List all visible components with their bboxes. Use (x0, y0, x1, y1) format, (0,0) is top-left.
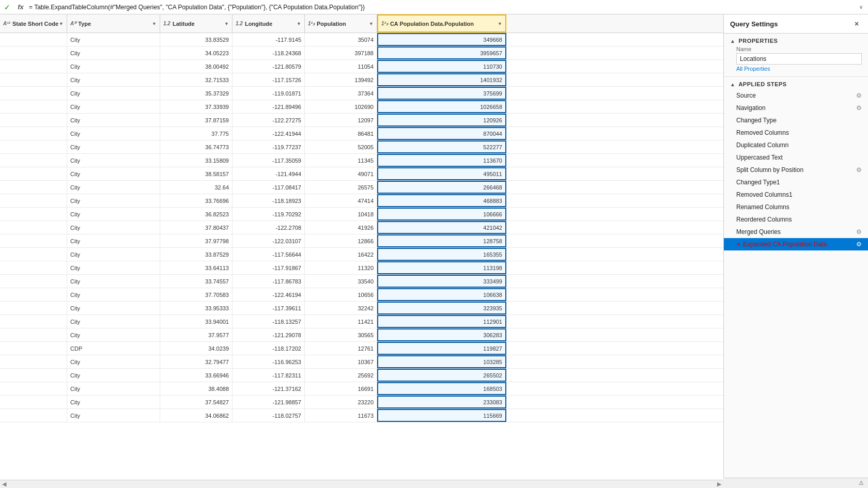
step-item-source[interactable]: Source⚙ (724, 89, 868, 102)
step-gear-split-column-by-position[interactable]: ⚙ (856, 166, 862, 174)
table-row[interactable]: City33.15809-117.3505911345113670 (0, 154, 723, 167)
step-item-merged-queries[interactable]: Merged Queries⚙ (724, 226, 868, 238)
formula-input[interactable] (29, 4, 856, 11)
data-cell: 11673 (305, 409, 377, 422)
step-gear-source[interactable]: ⚙ (856, 92, 862, 99)
horizontal-scrollbar[interactable]: ◀ ▶ (0, 480, 723, 488)
column-headers: A¹² State Short Code ▼ Aᴮ Type ▼ 1.2 Lat… (0, 14, 723, 33)
col-header-population[interactable]: 1²₃ Population ▼ (305, 14, 377, 33)
data-cell (0, 288, 67, 301)
step-item-removed-columns[interactable]: Removed Columns (724, 127, 868, 139)
step-item-expanded-ca-population-data[interactable]: ✕Expanded CA Population Data⚙ (724, 238, 868, 250)
table-row[interactable]: City33.64113-117.9186711320113198 (0, 261, 723, 275)
data-cell: 32.71533 (160, 73, 233, 86)
data-cell: -117.91867 (233, 261, 305, 274)
table-row[interactable]: City34.06862-118.0275711673115669 (0, 409, 723, 422)
properties-label: PROPERTIES (738, 38, 778, 44)
col-header-short-code[interactable]: A¹² State Short Code ▼ (0, 14, 67, 33)
col-filter-short-code[interactable]: ▼ (59, 21, 64, 26)
col-label-type: Type (78, 21, 152, 27)
data-cell: City (67, 382, 160, 395)
step-item-split-column-by-position[interactable]: Split Column by Position⚙ (724, 164, 868, 176)
col-filter-longitude[interactable]: ▼ (297, 21, 301, 26)
table-row[interactable]: City36.82523-119.7029210418106666 (0, 208, 723, 221)
step-item-changed-type1[interactable]: Changed Type1 (724, 176, 868, 188)
col-filter-latitude[interactable]: ▼ (224, 21, 229, 26)
table-row[interactable]: City38.4088-121.3716216691168503 (0, 382, 723, 396)
table-row[interactable]: City33.87529-117.5664416422165355 (0, 248, 723, 261)
table-row[interactable]: City37.70583-122.4619410656106638 (0, 288, 723, 302)
data-cell: City (67, 73, 160, 86)
table-row[interactable]: City33.95333-117.3961132242323935 (0, 302, 723, 315)
col-header-type[interactable]: Aᴮ Type ▼ (67, 14, 160, 33)
data-cell: 33.66946 (160, 369, 233, 382)
table-row[interactable]: City36.74773-119.7723752005522277 (0, 140, 723, 154)
query-name-input[interactable] (736, 53, 862, 65)
step-item-reordered-columns[interactable]: Reordered Columns (724, 213, 868, 226)
col-filter-population[interactable]: ▼ (369, 21, 374, 26)
data-cell: 33.94001 (160, 315, 233, 328)
step-item-duplicated-column[interactable]: Duplicated Column (724, 139, 868, 151)
table-row[interactable]: City34.05223-118.243683971883959657 (0, 46, 723, 60)
formula-checkmark[interactable]: ✓ (2, 2, 12, 12)
data-cell: 113198 (377, 261, 506, 274)
step-item-uppercased-text[interactable]: Uppercased Text (724, 151, 868, 164)
data-cell: -117.82311 (233, 369, 305, 382)
col-filter-ca-pop[interactable]: ▼ (498, 21, 502, 26)
col-header-latitude[interactable]: 1.2 Latitude ▼ (160, 14, 233, 33)
data-cell: -116.96253 (233, 355, 305, 368)
col-header-ca-pop[interactable]: 1²₃ CA Population Data.Population ▼ (377, 14, 506, 33)
data-cell: 36.82523 (160, 208, 233, 221)
table-row[interactable]: City37.775-122.4194486481870044 (0, 127, 723, 140)
data-cell: 323935 (377, 302, 506, 314)
table-row[interactable]: City33.76696-118.1892347414468883 (0, 194, 723, 208)
data-cell (0, 369, 67, 382)
data-cell (0, 328, 67, 341)
data-rows[interactable]: City33.83529-117.914535074349668City34.0… (0, 33, 723, 480)
table-row[interactable]: City32.64-117.0841726575266468 (0, 181, 723, 194)
table-row[interactable]: City33.83529-117.914535074349668 (0, 33, 723, 46)
col-header-longitude[interactable]: 1.2 Longitude ▼ (233, 14, 305, 33)
formula-fx-icon: fx (14, 1, 27, 13)
all-properties-link[interactable]: All Properties (736, 65, 770, 72)
formula-expand-icon[interactable]: ∨ (856, 2, 866, 12)
table-row[interactable]: City32.79477-116.9625310367103285 (0, 355, 723, 369)
table-row[interactable]: City37.54827-121.9885723220233083 (0, 396, 723, 409)
data-cell: City (67, 409, 160, 422)
data-cell: 397188 (305, 46, 377, 59)
properties-section-header[interactable]: ▲ PROPERTIES (724, 34, 868, 46)
table-row[interactable]: City37.87159-122.2727512097120926 (0, 114, 723, 127)
step-item-changed-type[interactable]: Changed Type (724, 114, 868, 127)
data-cell: City (67, 60, 160, 73)
step-item-removed-columns1[interactable]: Removed Columns1 (724, 188, 868, 201)
step-gear-expanded-ca-population-data[interactable]: ⚙ (856, 241, 862, 248)
data-cell: City (67, 302, 160, 314)
table-row[interactable]: City37.33939-121.894961026901026658 (0, 100, 723, 114)
table-row[interactable]: CDP34.0239-118.1720212761119827 (0, 342, 723, 355)
data-cell: City (67, 140, 160, 153)
step-item-navigation[interactable]: Navigation⚙ (724, 102, 868, 114)
table-row[interactable]: City33.74557-117.8678333540333499 (0, 275, 723, 288)
close-button[interactable]: × (851, 19, 862, 29)
step-gear-navigation[interactable]: ⚙ (856, 104, 862, 112)
table-row[interactable]: City37.80437-122.270841926421042 (0, 221, 723, 234)
table-row[interactable]: City37.9577-121.2907830565306283 (0, 328, 723, 342)
data-cell: 115669 (377, 409, 506, 422)
table-row[interactable]: City35.37329-119.0187137364375699 (0, 87, 723, 100)
table-row[interactable]: City38.00492-121.8057911054110730 (0, 60, 723, 73)
table-row[interactable]: City32.71533-117.157261394921401932 (0, 73, 723, 87)
table-row[interactable]: City37.97798-122.0310712866128758 (0, 234, 723, 248)
data-cell: -117.86783 (233, 275, 305, 288)
col-filter-type[interactable]: ▼ (152, 21, 157, 26)
table-row[interactable]: City38.58157-121.494449071495011 (0, 167, 723, 181)
table-row[interactable]: City33.66946-117.8231125692265502 (0, 369, 723, 382)
data-cell: 11320 (305, 261, 377, 274)
col-label-latitude: Latitude (173, 21, 224, 27)
data-cell: 25692 (305, 369, 377, 382)
step-label-merged-queries: Merged Queries (736, 228, 854, 235)
step-gear-merged-queries[interactable]: ⚙ (856, 228, 862, 235)
col-type-icon-short-code: A¹² (3, 21, 10, 26)
step-item-renamed-columns[interactable]: Renamed Columns (724, 201, 868, 213)
table-row[interactable]: City33.94001-118.1325711421112901 (0, 315, 723, 328)
applied-steps-section-header[interactable]: ▲ APPLIED STEPS (724, 77, 868, 89)
